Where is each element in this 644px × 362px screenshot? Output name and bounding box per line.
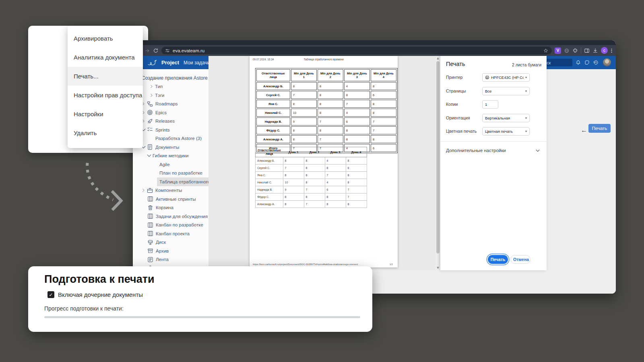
sidebar-item-feed[interactable]: Лента <box>133 255 208 264</box>
components-icon <box>147 187 153 193</box>
sidebar-item-recycle-bin[interactable]: Корзина <box>133 204 208 212</box>
table-row: Николай С.10848 <box>256 179 367 186</box>
chevron-right-icon[interactable] <box>149 84 154 88</box>
browser-forward-icon[interactable] <box>144 48 150 53</box>
extension-globe-icon[interactable] <box>564 48 570 53</box>
user-avatar[interactable] <box>603 58 611 66</box>
app-logo-icon <box>147 59 157 66</box>
sidebar-item-dev-plan[interactable]: План по разработке <box>133 169 208 178</box>
sidebar-item-label: Корзина <box>156 205 173 210</box>
sidebar-item-project-kanban[interactable]: Канбан проекта <box>133 229 208 238</box>
browser-window: eva.evateam.ru V c Project Мои задачи Пр… <box>133 40 616 294</box>
document-icon <box>147 144 153 150</box>
history-clock-icon[interactable] <box>593 56 599 69</box>
scrollbar-down-icon[interactable]: ▼ <box>436 265 440 270</box>
sidebar-item-archive[interactable]: Архив <box>133 247 208 255</box>
sidebar-item-roadmaps[interactable]: Roadmaps <box>133 100 208 109</box>
table-header-cell: Ответственные лица <box>256 147 283 157</box>
sidebar-item-documents[interactable]: Документы <box>133 143 208 152</box>
sidebar-item-label: Диск <box>156 240 166 245</box>
sidebar-item-releases[interactable]: Releases <box>133 117 208 126</box>
page-back-arrow[interactable]: ← <box>581 127 587 134</box>
sidebar-item-label: Roadmaps <box>155 101 178 106</box>
pages-select[interactable]: Все▾ <box>482 87 530 95</box>
browser-profile-avatar[interactable]: c <box>601 47 608 54</box>
canvas: АрхивироватьАналитика документаПечать...… <box>0 0 644 362</box>
menu-item-print[interactable]: Печать... <box>68 67 143 86</box>
bookmark-star-icon[interactable] <box>543 48 548 53</box>
sidebar-item-tags[interactable]: Тэги <box>133 91 208 100</box>
table-header-cell: День 4 <box>346 147 367 157</box>
print-dialog-title: Печать <box>446 61 465 67</box>
table-row: Фёдор С.8887 <box>256 126 396 134</box>
sprints-icon <box>147 127 153 133</box>
notes-icon[interactable] <box>584 56 590 69</box>
sidebar-item-label: Разработка Astore (3) <box>155 136 202 141</box>
scrollbar-thumb[interactable] <box>436 61 440 253</box>
chevron-right-icon[interactable] <box>141 188 146 192</box>
extensions-puzzle-icon[interactable] <box>572 48 578 53</box>
browser-titlebar <box>133 40 616 45</box>
sidebar-item-components[interactable]: Компоненты <box>133 186 208 195</box>
progress-bar <box>44 316 360 318</box>
document-context-menu: АрхивироватьАналитика документаПечать...… <box>68 26 143 148</box>
more-settings-row[interactable]: Дополнительные настройки <box>446 146 541 155</box>
sidebar-item-epics[interactable]: Epics <box>133 108 208 117</box>
sidebar-item-discussion-tasks[interactable]: Задачи для обсуждения <box>133 212 208 221</box>
side-panel-icon[interactable] <box>584 48 590 53</box>
color-select[interactable]: Цветная печать▾ <box>482 127 530 136</box>
printer-icon <box>485 75 489 80</box>
include-children-checkbox[interactable] <box>47 291 54 298</box>
setting-value: 1 <box>485 102 495 107</box>
setting-value: Вертикальная <box>485 116 524 120</box>
sidebar-item-sprint-astore-dev[interactable]: Разработка Astore (3) <box>133 134 208 143</box>
downloads-icon[interactable] <box>592 48 598 53</box>
site-settings-icon[interactable] <box>165 48 170 53</box>
address-bar[interactable]: eva.evateam.ru <box>161 47 552 54</box>
orientation-select[interactable]: Вертикальная▾ <box>482 114 530 122</box>
sidebar-item-agile[interactable]: Agile <box>133 160 208 169</box>
worked-time-table-days: Ответственные лицаДень 1День 2День 3День… <box>255 147 367 208</box>
print-confirm-button[interactable]: Печать <box>488 255 508 264</box>
sidebar-item-active-sprints[interactable]: Активные спринты <box>133 195 208 204</box>
kanban-icon <box>147 196 153 202</box>
printer-select[interactable]: HPFCE43C (HP Color La:▾ <box>482 73 530 82</box>
sidebar-item-type[interactable]: Тип <box>133 82 208 91</box>
sidebar-item-dev-kanban[interactable]: Канбан по разработке <box>133 221 208 230</box>
page-footer-number: 1/2 <box>390 263 393 265</box>
print-cancel-button[interactable]: Отмена <box>510 255 530 264</box>
sidebar-item-label: Releases <box>155 119 175 123</box>
menu-item-document-analytics[interactable]: Аналитика документа <box>68 48 143 67</box>
include-children-row[interactable]: Включая дочерние документы <box>47 291 143 298</box>
app-print-button[interactable]: Печать <box>588 124 611 133</box>
table-row: Сергей С.7886 <box>256 91 396 99</box>
progress-label: Прогресс подготовки к печати: <box>44 305 124 312</box>
menu-item-access-rights-settings[interactable]: Настройки прав доступа <box>68 86 143 105</box>
menu-item-archive[interactable]: Архивировать <box>68 29 143 48</box>
chevron-down-icon[interactable] <box>147 154 152 158</box>
chevron-right-icon[interactable] <box>149 93 154 97</box>
app-brand[interactable]: Project <box>161 60 179 66</box>
sidebar-item-sprints[interactable]: Sprints <box>133 125 208 134</box>
nav-item-my-tasks[interactable]: Мои задачи <box>184 60 210 66</box>
sidebar-item-label: Лента <box>156 257 169 262</box>
sidebar-item-label: Agile <box>159 162 170 167</box>
menu-item-delete[interactable]: Удалить <box>68 123 143 142</box>
copies-input[interactable]: 1 <box>482 100 498 109</box>
menu-item-settings[interactable]: Настройки <box>68 105 143 123</box>
sidebar-item-project-root[interactable]: Создание приложения Astore <box>133 74 208 82</box>
sidebar-item-label: Канбан по разработке <box>156 222 203 227</box>
epics-icon <box>147 109 153 115</box>
notifications-bell-icon[interactable] <box>576 56 581 69</box>
preview-scrollbar[interactable]: ▲ ▼ <box>436 56 440 270</box>
roadmap-icon <box>147 101 153 107</box>
browser-reload-icon[interactable] <box>153 48 159 53</box>
browser-menu-icon[interactable] <box>611 48 613 53</box>
sidebar-item-worked-time-table[interactable]: Таблица отработанного времени <box>133 177 208 186</box>
sidebar-item-disk[interactable]: Диск <box>133 238 208 247</box>
extension-v-icon[interactable]: V <box>555 47 561 54</box>
sidebar-item-agile-methods[interactable]: Гибкие методики <box>133 152 208 160</box>
scrollbar-up-icon[interactable]: ▲ <box>436 56 440 61</box>
table-row: Александр Б.8848 <box>256 82 396 90</box>
trash-icon <box>147 205 153 211</box>
